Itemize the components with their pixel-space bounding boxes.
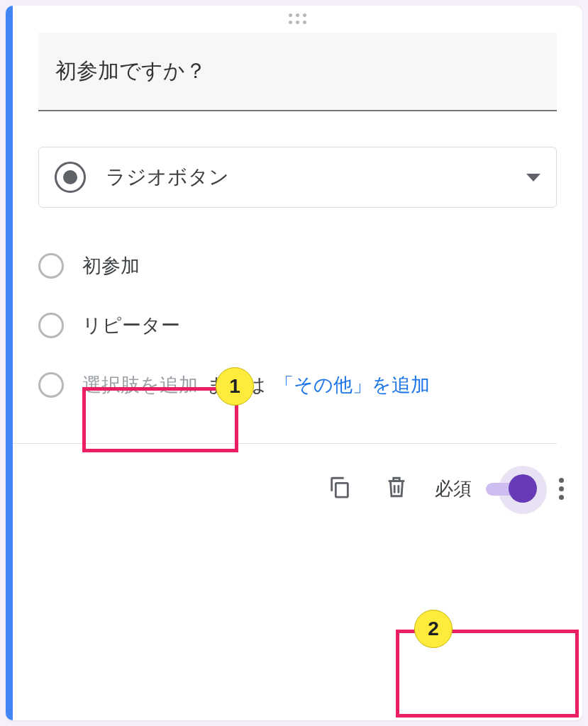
annotation-badge-2: 2 [414, 610, 453, 648]
radio-empty-icon [38, 372, 64, 398]
option-label: 初参加 [82, 253, 140, 279]
svg-rect-0 [335, 483, 348, 497]
radio-empty-icon [38, 313, 64, 338]
add-or-text: または [206, 372, 266, 398]
add-option-button[interactable]: 選択肢を追加 [82, 372, 198, 398]
drag-handle-icon[interactable] [13, 6, 582, 33]
question-title-text: 初参加ですか？ [55, 57, 540, 86]
drag-dots-icon [289, 13, 307, 25]
trash-icon [384, 475, 409, 502]
question-title-field[interactable]: 初参加ですか？ [38, 33, 557, 111]
duplicate-button[interactable] [321, 470, 358, 507]
option-row[interactable]: 初参加 [38, 236, 557, 296]
option-label: リピーター [82, 313, 180, 338]
copy-icon [328, 475, 352, 502]
toggle-knob [509, 474, 537, 503]
question-type-select[interactable]: ラジオボタン [38, 147, 557, 208]
radio-button-icon [55, 162, 86, 193]
delete-button[interactable] [378, 470, 415, 507]
required-toggle[interactable] [484, 470, 541, 507]
options-list: 初参加 リピーター [38, 236, 557, 355]
annotation-box-2 [396, 630, 579, 717]
question-footer: 必須 [13, 444, 582, 520]
add-other-button[interactable]: 「その他」を追加 [274, 372, 430, 398]
question-type-label: ラジオボタン [106, 164, 526, 191]
radio-empty-icon [38, 253, 64, 279]
question-card: 初参加ですか？ ラジオボタン 初参加 リピーター 選択肢を追加 または 「その他… [6, 6, 582, 720]
more-options-button[interactable] [551, 471, 571, 506]
required-label: 必須 [435, 476, 472, 501]
add-option-row: 選択肢を追加 または 「その他」を追加 [38, 355, 557, 405]
chevron-down-icon [526, 174, 540, 182]
option-row[interactable]: リピーター [38, 296, 557, 355]
